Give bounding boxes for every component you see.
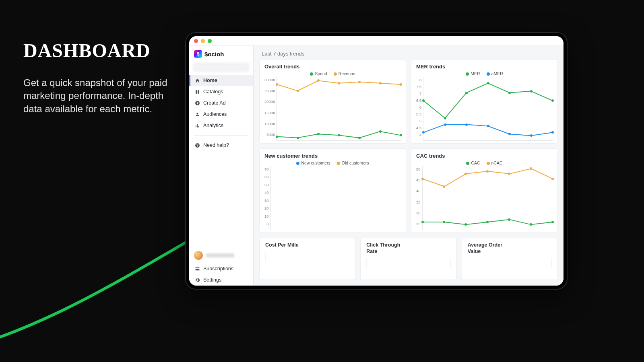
primary-nav: Home Catalogs Create Ad Audiences [189,75,253,131]
legend-dot-icon [337,162,340,165]
chart-plot [423,77,553,141]
bar-chart-icon [195,123,200,128]
stat-placeholder [265,252,349,262]
plus-circle-icon [195,101,200,106]
legend-label: Old customers [342,160,369,165]
legend-dot-icon [487,72,490,76]
chart-plot [277,77,401,141]
stat-placeholder [366,258,450,268]
brand-name: $ocioh [204,51,224,58]
sidebar-item-label: Subscriptions [203,266,233,272]
card-cac-trends: CAC trends CAC nCAC 504540353025 [411,148,558,233]
legend: MER aMER [416,71,553,76]
sidebar-item-subscriptions[interactable]: Subscriptions [189,263,253,274]
sidebar-item-label: Catalogs [203,89,223,95]
app-screen: $ $ocioh Home Catalogs Create Ad [189,36,564,286]
legend-label: Spend [315,71,327,76]
sidebar-item-label: Settings [203,277,221,283]
user-name-placeholder [206,253,234,257]
stats-row: Cost Per Mille Click Through Rate Averag… [259,238,558,280]
sidebar-item-catalogs[interactable]: Catalogs [189,86,253,97]
card-title: CAC trends [416,153,553,159]
chart-plot [270,166,401,230]
card-title: Click Through Rate [366,242,411,255]
sidebar-item-label: Analytics [203,123,223,128]
sidebar-item-label: Create Ad [203,100,226,106]
catalog-icon [195,89,200,95]
legend-label: Revenue [339,71,355,76]
sidebar-item-create-ad[interactable]: Create Ad [189,97,253,109]
card-title: MER trends [416,64,553,70]
sidebar-item-help[interactable]: Need help? [189,140,253,151]
card-cost-per-mille: Cost Per Mille [259,238,355,280]
legend-label: CAC [471,160,480,165]
main-content: Last 7 days trends Overall trends Spend … [254,46,564,286]
legend-label: New customers [301,160,330,165]
card-icon [195,266,200,272]
device-frame: $ $ocioh Home Catalogs Create Ad [185,32,568,290]
legend: CAC nCAC [416,160,553,165]
y-axis: 87.576.565.554.54 [416,77,423,141]
user-icon [195,112,200,117]
sidebar-item-analytics[interactable]: Analytics [189,120,253,131]
page-subtitle: Last 7 days trends [254,46,564,59]
card-title: New customer trends [264,153,401,159]
minimize-dot-icon[interactable] [201,39,205,43]
y-axis: 706050403020100 [264,166,270,230]
sidebar-item-label: Need help? [203,142,229,148]
account-switcher[interactable] [193,63,249,72]
sidebar-item-settings[interactable]: Settings [189,274,253,286]
legend-dot-icon [334,72,337,76]
y-axis: 504540353025 [416,166,422,230]
card-title: Overall trends [264,64,401,70]
brand-logo-icon: $ [194,50,202,58]
legend-dot-icon [466,72,469,76]
hero-description: Get a quick snapshot of your paid market… [23,76,168,115]
close-dot-icon[interactable] [194,39,198,43]
help-icon [195,143,200,148]
card-title: Cost Per Mille [265,242,310,249]
y-axis: 30000250002000015000100005000 [264,77,277,141]
legend-dot-icon [296,162,299,165]
sidebar-item-label: Audiences [203,111,227,117]
hero-title: DASHBOARD [23,39,151,62]
legend: Spend Revenue [264,71,401,76]
legend-dot-icon [466,162,469,165]
legend-label: aMER [491,71,503,76]
sidebar-item-label: Home [203,78,217,83]
legend-dot-icon [487,162,490,165]
legend-label: MER [471,71,480,76]
avatar [194,251,203,260]
legend-dot-icon [310,72,313,76]
card-click-through-rate: Click Through Rate [360,238,456,280]
user-chip[interactable] [189,248,253,263]
gear-icon [195,278,200,283]
home-icon [195,78,200,83]
card-new-customer-trends: New customer trends New customers Old cu… [259,148,406,233]
card-overall-trends: Overall trends Spend Revenue 30000250002… [259,59,406,144]
card-average-order-value: Average Order Value [462,238,558,280]
zoom-dot-icon[interactable] [208,39,212,43]
card-mer-trends: MER trends MER aMER 87.576.565.554.54 [411,59,558,144]
sidebar-item-home[interactable]: Home [189,75,253,86]
sidebar: $ $ocioh Home Catalogs Create Ad [189,46,254,286]
sidebar-item-audiences[interactable]: Audiences [189,109,253,120]
window-titlebar [189,36,564,46]
legend-label: nCAC [491,160,503,165]
brand[interactable]: $ $ocioh [189,46,253,61]
legend: New customers Old customers [264,160,401,165]
stat-placeholder [468,258,552,268]
chart-plot [422,166,553,230]
card-title: Average Order Value [468,242,512,255]
